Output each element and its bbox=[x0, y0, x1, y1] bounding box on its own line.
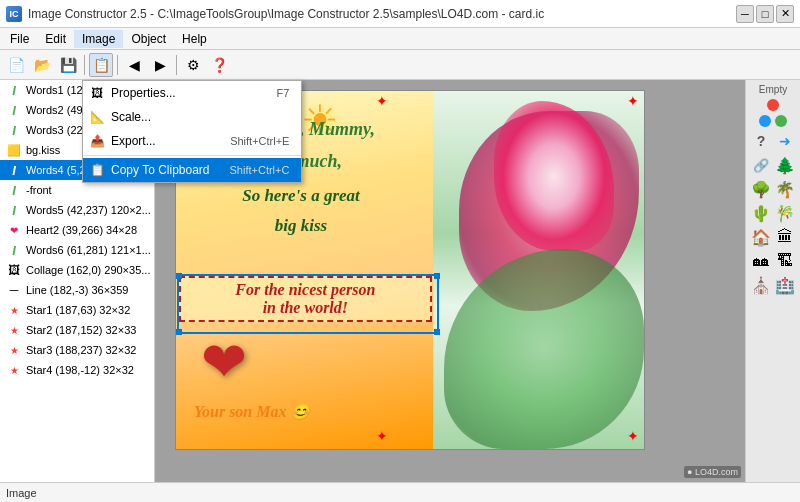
minimize-button[interactable]: ─ bbox=[736, 5, 754, 23]
list-item-label: -front bbox=[26, 184, 52, 196]
toolbar-help[interactable]: ❓ bbox=[207, 53, 231, 77]
front-icon: I bbox=[6, 182, 22, 198]
rp-tree2[interactable]: 🌳 bbox=[751, 179, 771, 199]
rp-question[interactable]: ? bbox=[751, 131, 771, 151]
toolbar-save[interactable]: 💾 bbox=[56, 53, 80, 77]
menu-help[interactable]: Help bbox=[174, 30, 215, 48]
rp-green-dot[interactable] bbox=[775, 115, 787, 127]
toolbar: 📄 📂 💾 📋 ◀ ▶ ⚙ ❓ bbox=[0, 50, 800, 80]
toolbar-separator-2 bbox=[117, 55, 118, 75]
dropdown-properties[interactable]: 🖼 Properties... F7 bbox=[83, 81, 301, 105]
rp-row-7: 🏠 🏛 bbox=[751, 227, 795, 247]
dropdown-export-label: Export... bbox=[111, 134, 156, 148]
close-button[interactable]: ✕ bbox=[776, 5, 794, 23]
list-item-label: Line (182,-3) 36×359 bbox=[26, 284, 128, 296]
scale-icon: 📐 bbox=[89, 109, 105, 125]
dropdown-export[interactable]: 📤 Export... Shift+Ctrl+E bbox=[83, 129, 301, 153]
rp-blue-dot[interactable] bbox=[759, 115, 771, 127]
list-item-label: Heart2 (39,266) 34×28 bbox=[26, 224, 137, 236]
menu-edit[interactable]: Edit bbox=[37, 30, 74, 48]
menu-file[interactable]: File bbox=[2, 30, 37, 48]
list-item-label: Star3 (188,237) 32×32 bbox=[26, 344, 136, 356]
dropdown-menu: 🖼 Properties... F7 📐 Scale... 📤 Export..… bbox=[82, 80, 302, 183]
rp-row-1 bbox=[767, 99, 779, 111]
toolbar-separator-3 bbox=[176, 55, 177, 75]
list-item-star3[interactable]: ★ Star3 (188,237) 32×32 bbox=[0, 340, 154, 360]
toolbar-settings[interactable]: ⚙ bbox=[181, 53, 205, 77]
rp-tree3[interactable]: 🌴 bbox=[775, 179, 795, 199]
rp-row-6: 🌵 🎋 bbox=[751, 203, 795, 223]
list-item-collage[interactable]: 🖼 Collage (162,0) 290×35... bbox=[0, 260, 154, 280]
dropdown-properties-label: Properties... bbox=[111, 86, 176, 100]
title-bar: IC Image Constructor 2.5 - C:\ImageTools… bbox=[0, 0, 800, 28]
words6-icon: I bbox=[6, 242, 22, 258]
menu-bar: File Edit Image Object Help bbox=[0, 28, 800, 50]
words4-icon: I bbox=[6, 162, 22, 178]
status-text: Image bbox=[6, 487, 37, 499]
rp-tree1[interactable]: 🌲 bbox=[775, 155, 795, 175]
rp-hospital[interactable]: 🏥 bbox=[775, 275, 795, 295]
words1-icon: I bbox=[6, 82, 22, 98]
words5-icon: I bbox=[6, 202, 22, 218]
rp-building1[interactable]: 🏠 bbox=[751, 227, 771, 247]
list-item-label: Star2 (187,152) 32×33 bbox=[26, 324, 136, 336]
rp-church[interactable]: ⛪ bbox=[751, 275, 771, 295]
bgkiss-icon: 🟨 bbox=[6, 142, 22, 158]
list-item-label: Words5 (42,237) 120×2... bbox=[26, 204, 151, 216]
heart2-icon: ❤ bbox=[6, 222, 22, 238]
rp-building3[interactable]: 🏘 bbox=[751, 251, 771, 271]
dropdown-separator bbox=[83, 155, 301, 156]
properties-shortcut: F7 bbox=[277, 87, 290, 99]
rp-tree4[interactable]: 🌵 bbox=[751, 203, 771, 223]
rp-building2[interactable]: 🏛 bbox=[775, 227, 795, 247]
star2-icon: ★ bbox=[6, 322, 22, 338]
words2-icon: I bbox=[6, 102, 22, 118]
list-item-words5[interactable]: I Words5 (42,237) 120×2... bbox=[0, 200, 154, 220]
rp-row-9: ⛪ 🏥 bbox=[751, 275, 795, 295]
rp-row-4: 🔗 🌲 bbox=[751, 155, 795, 175]
rp-tree5[interactable]: 🎋 bbox=[775, 203, 795, 223]
rp-link[interactable]: 🔗 bbox=[751, 155, 771, 175]
export-shortcut: Shift+Ctrl+E bbox=[230, 135, 289, 147]
list-item-line[interactable]: ─ Line (182,-3) 36×359 bbox=[0, 280, 154, 300]
right-panel-header: Empty bbox=[759, 84, 787, 95]
rp-row-8: 🏘 🏗 bbox=[751, 251, 795, 271]
dropdown-scale-label: Scale... bbox=[111, 110, 151, 124]
list-item-front[interactable]: I -front bbox=[0, 180, 154, 200]
toolbar-separator-1 bbox=[84, 55, 85, 75]
toolbar-open[interactable]: 📂 bbox=[30, 53, 54, 77]
words3-icon: I bbox=[6, 122, 22, 138]
dropdown-copy-label: Copy To Clipboard bbox=[111, 163, 210, 177]
dropdown-scale[interactable]: 📐 Scale... bbox=[83, 105, 301, 129]
collage-icon: 🖼 bbox=[6, 262, 22, 278]
rp-row-3: ? ➜ bbox=[751, 131, 795, 151]
star1-icon: ★ bbox=[6, 302, 22, 318]
menu-object[interactable]: Object bbox=[123, 30, 174, 48]
rp-arrow[interactable]: ➜ bbox=[775, 131, 795, 151]
list-item-words6[interactable]: I Words6 (61,281) 121×1... bbox=[0, 240, 154, 260]
line-icon: ─ bbox=[6, 282, 22, 298]
dropdown-copy-clipboard[interactable]: 📋 Copy To Clipboard Shift+Ctrl+C bbox=[83, 158, 301, 182]
right-panel: Empty ? ➜ 🔗 🌲 🌳 🌴 🌵 🎋 🏠 🏛 🏘 bbox=[745, 80, 800, 482]
copy-clipboard-icon: 📋 bbox=[89, 162, 105, 178]
list-item-star4[interactable]: ★ Star4 (198,-12) 32×32 bbox=[0, 360, 154, 380]
rp-row-5: 🌳 🌴 bbox=[751, 179, 795, 199]
list-item-heart2[interactable]: ❤ Heart2 (39,266) 34×28 bbox=[0, 220, 154, 240]
menu-image[interactable]: Image bbox=[74, 30, 123, 48]
export-icon: 📤 bbox=[89, 133, 105, 149]
card-text-line7: Your son Max 😊 bbox=[194, 402, 310, 421]
list-item-star2[interactable]: ★ Star2 (187,152) 32×33 bbox=[0, 320, 154, 340]
toolbar-new[interactable]: 📄 bbox=[4, 53, 28, 77]
toolbar-move-left[interactable]: ◀ bbox=[122, 53, 146, 77]
status-bar: Image bbox=[0, 482, 800, 502]
list-item-label: Star4 (198,-12) 32×32 bbox=[26, 364, 134, 376]
rp-building4[interactable]: 🏗 bbox=[775, 251, 795, 271]
list-item-star1[interactable]: ★ Star1 (187,63) 32×32 bbox=[0, 300, 154, 320]
toolbar-move-right[interactable]: ▶ bbox=[148, 53, 172, 77]
list-item-label: Words6 (61,281) 121×1... bbox=[26, 244, 151, 256]
rp-red-dot[interactable] bbox=[767, 99, 779, 111]
maximize-button[interactable]: □ bbox=[756, 5, 774, 23]
watermark: ● LO4D.com bbox=[684, 466, 741, 478]
properties-icon: 🖼 bbox=[89, 85, 105, 101]
toolbar-copy[interactable]: 📋 bbox=[89, 53, 113, 77]
